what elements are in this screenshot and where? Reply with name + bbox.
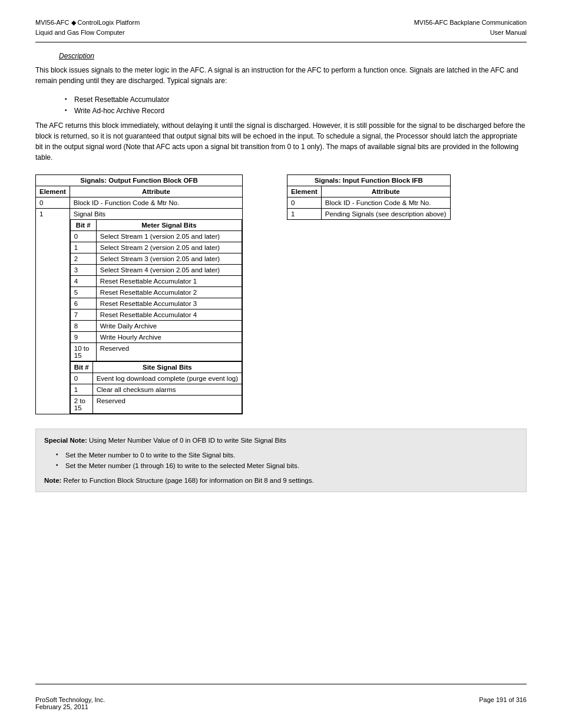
ofb-element-1: 1 xyxy=(36,209,70,414)
special-note-bullets: Set the Meter number to 0 to write to th… xyxy=(56,450,518,472)
meter-bit-row-3: 3 Select Stream 4 (version 2.05 and late… xyxy=(70,265,242,276)
site-bit-1: 1 xyxy=(70,384,92,396)
ofb-col1-header: Element xyxy=(36,186,70,197)
special-note-bold: Special Note: xyxy=(44,437,87,444)
paragraph-2: The AFC returns this block immediately, … xyxy=(35,120,527,163)
meter-bit-4: 4 xyxy=(70,276,96,287)
meter-bit-row-9: 9 Write Hourly Archive xyxy=(70,332,242,343)
page: MVI56-AFC ◆ ControlLogix Platform Liquid… xyxy=(0,0,562,728)
ifb-col1-header: Element xyxy=(287,186,322,197)
site-bit-row-0: 0 Event log download complete (purge eve… xyxy=(70,373,242,384)
footer-left: ProSoft Technology, Inc. February 25, 20… xyxy=(35,696,105,710)
special-note-box: Special Note: Using Meter Number Value o… xyxy=(35,429,527,492)
ifb-table: Signals: Input Function Block IFB Elemen… xyxy=(287,174,451,220)
ofb-table-title: Signals: Output Function Block OFB xyxy=(36,175,243,186)
bullet-list: Reset Resettable Accumulator Write Ad-ho… xyxy=(65,94,527,117)
meter-bit-row-4: 4 Reset Resettable Accumulator 1 xyxy=(70,276,242,287)
footer-date: February 25, 2011 xyxy=(35,703,105,710)
meter-desc-6: Reset Resettable Accumulator 3 xyxy=(96,298,242,309)
ofb-row-0: 0 Block ID - Function Code & Mtr No. xyxy=(36,197,243,209)
bullet-item-2: Write Ad-hoc Archive Record xyxy=(65,106,527,117)
ifb-element-0: 0 xyxy=(287,197,322,209)
meter-desc-2: Select Stream 3 (version 2.05 and later) xyxy=(96,253,242,265)
meter-desc-8: Write Daily Archive xyxy=(96,321,242,332)
page-header: MVI56-AFC ◆ ControlLogix Platform Liquid… xyxy=(35,18,527,37)
meter-desc-0: Select Stream 1 (version 2.05 and later) xyxy=(96,231,242,242)
ifb-attr-0: Block ID - Function Code & Mtr No. xyxy=(321,197,450,209)
ifb-attr-1: Pending Signals (see description above) xyxy=(321,209,450,220)
site-bit-row-2-15: 2 to15 Reserved xyxy=(70,396,242,414)
site-signal-col: Site Signal Bits xyxy=(92,362,242,373)
meter-desc-3: Select Stream 4 (version 2.05 and later) xyxy=(96,265,242,276)
header-right: MVI56-AFC Backplane Communication User M… xyxy=(414,18,527,37)
page-footer: ProSoft Technology, Inc. February 25, 20… xyxy=(35,684,527,710)
meter-bit-3: 3 xyxy=(70,265,96,276)
meter-desc-7: Reset Resettable Accumulator 4 xyxy=(96,309,242,321)
meter-bit-row-0: 0 Select Stream 1 (version 2.05 and late… xyxy=(70,231,242,242)
meter-bit-row-10-15: 10 to15 Reserved xyxy=(70,343,242,361)
special-note-bullet-1: Set the Meter number to 0 to write to th… xyxy=(56,450,518,460)
site-bit-0: 0 xyxy=(70,373,92,384)
special-note-text: Using Meter Number Value of 0 in OFB ID … xyxy=(87,437,286,444)
meter-desc-5: Reset Resettable Accumulator 2 xyxy=(96,287,242,298)
meter-desc-1: Select Stream 2 (version 2.05 and later) xyxy=(96,242,242,253)
ofb-col2-header: Attribute xyxy=(70,186,242,197)
special-note-main: Special Note: Using Meter Number Value o… xyxy=(44,435,518,446)
header-left-line2: Liquid and Gas Flow Computer xyxy=(35,28,140,38)
meter-bit-col: Bit # xyxy=(70,220,96,231)
special-note-footnote: Note: Refer to Function Block Structure … xyxy=(44,475,518,486)
header-left-line1: MVI56-AFC ◆ ControlLogix Platform xyxy=(35,18,140,28)
meter-bit-row-7: 7 Reset Resettable Accumulator 4 xyxy=(70,309,242,321)
header-right-line1: MVI56-AFC Backplane Communication xyxy=(414,18,527,28)
meter-bit-row-2: 2 Select Stream 3 (version 2.05 and late… xyxy=(70,253,242,265)
site-bit-row-1: 1 Clear all checksum alarms xyxy=(70,384,242,396)
meter-desc-9: Write Hourly Archive xyxy=(96,332,242,343)
signal-bits-label: Signal Bits xyxy=(70,209,242,219)
meter-bit-row-5: 5 Reset Resettable Accumulator 2 xyxy=(70,287,242,298)
meter-bit-6: 6 xyxy=(70,298,96,309)
site-desc-1: Clear all checksum alarms xyxy=(92,384,242,396)
meter-bit-0: 0 xyxy=(70,231,96,242)
ifb-row-1: 1 Pending Signals (see description above… xyxy=(287,209,451,220)
site-bit-col: Bit # xyxy=(70,362,92,373)
ifb-table-title: Signals: Input Function Block IFB xyxy=(287,175,451,186)
meter-bit-9: 9 xyxy=(70,332,96,343)
tables-container: Signals: Output Function Block OFB Eleme… xyxy=(35,174,527,414)
header-divider xyxy=(35,42,527,42)
ifb-section: Signals: Input Function Block IFB Elemen… xyxy=(287,174,527,220)
meter-bit-8: 8 xyxy=(70,321,96,332)
site-bit-2-15: 2 to15 xyxy=(70,396,92,414)
meter-bit-1: 1 xyxy=(70,242,96,253)
meter-signal-col: Meter Signal Bits xyxy=(96,220,242,231)
meter-desc-10-15: Reserved xyxy=(96,343,242,361)
bullet-item-1: Reset Resettable Accumulator xyxy=(65,94,527,106)
ifb-element-1: 1 xyxy=(287,209,322,220)
ifb-row-0: 0 Block ID - Function Code & Mtr No. xyxy=(287,197,451,209)
ifb-col2-header: Attribute xyxy=(321,186,450,197)
ofb-attr-0: Block ID - Function Code & Mtr No. xyxy=(70,197,242,209)
special-note-bullet-2: Set the Meter number (1 through 16) to w… xyxy=(56,460,518,471)
meter-bit-row-6: 6 Reset Resettable Accumulator 3 xyxy=(70,298,242,309)
site-signal-bits-table: Bit # Site Signal Bits 0 Event log downl… xyxy=(70,361,242,414)
note-rest: Refer to Function Block Structure (page … xyxy=(61,477,313,484)
meter-bit-row-8: 8 Write Daily Archive xyxy=(70,321,242,332)
ofb-section: Signals: Output Function Block OFB Eleme… xyxy=(35,174,275,414)
site-desc-0: Event log download complete (purge event… xyxy=(92,373,242,384)
header-right-line2: User Manual xyxy=(414,28,527,38)
meter-bit-7: 7 xyxy=(70,309,96,321)
header-left: MVI56-AFC ◆ ControlLogix Platform Liquid… xyxy=(35,18,140,37)
paragraph-1: This block issues signals to the meter l… xyxy=(35,65,527,86)
note-label: Note: xyxy=(44,477,61,484)
ofb-element-0: 0 xyxy=(36,197,70,209)
description-title: Description xyxy=(59,52,527,60)
meter-desc-4: Reset Resettable Accumulator 1 xyxy=(96,276,242,287)
ofb-attr-1: Signal Bits Bit # Meter Signal Bits xyxy=(70,209,242,414)
footer-company: ProSoft Technology, Inc. xyxy=(35,696,105,703)
ofb-table: Signals: Output Function Block OFB Eleme… xyxy=(35,174,243,414)
meter-bit-5: 5 xyxy=(70,287,96,298)
ofb-row-1: 1 Signal Bits Bit # Meter Signal Bits xyxy=(36,209,243,414)
site-desc-2-15: Reserved xyxy=(92,396,242,414)
footer-page: Page 191 of 316 xyxy=(479,696,527,710)
meter-bit-10-15: 10 to15 xyxy=(70,343,96,361)
meter-signal-bits-table: Bit # Meter Signal Bits 0 Select Stream … xyxy=(70,219,242,361)
